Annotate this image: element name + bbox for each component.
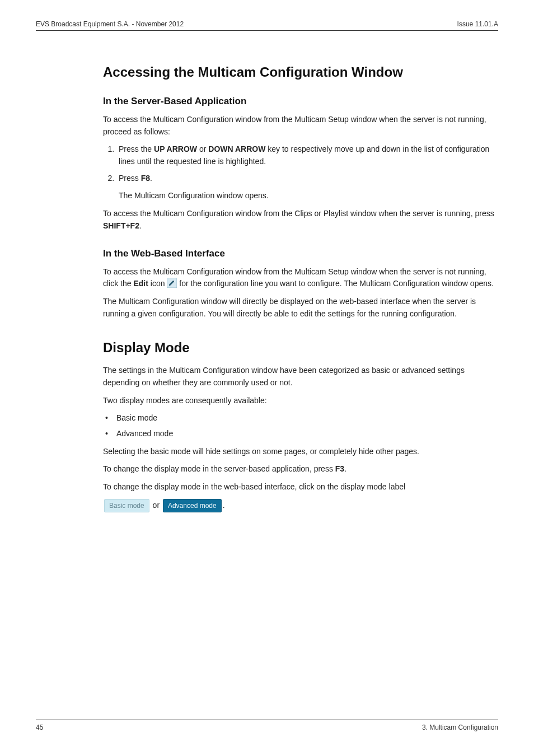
footer-rule [36, 720, 498, 720]
basic-mode-label: Basic mode [104, 499, 149, 512]
doc-header-left: EVS Broadcast Equipment S.A. - November … [36, 20, 184, 28]
key-f8: F8 [141, 174, 150, 183]
key-up-arrow: UP ARROW [154, 144, 197, 153]
paragraph: To access the Multicam Configuration win… [103, 208, 498, 232]
text: To change the display mode in the server… [103, 464, 335, 473]
step-2: Press F8. The Multicam Configuration win… [116, 172, 498, 202]
paragraph: To access the Multicam Configuration win… [103, 114, 498, 138]
list-item-advanced-mode: Advanced mode [103, 428, 498, 440]
text: or [197, 144, 208, 153]
advanced-mode-label: Advanced mode [163, 499, 222, 512]
paragraph: Selecting the basic mode will hide setti… [103, 446, 498, 458]
page-number: 45 [36, 724, 43, 731]
step-1: Press the UP ARROW or DOWN ARROW key to … [116, 143, 498, 167]
text: . [139, 221, 142, 230]
text: . [223, 500, 225, 509]
text: . [150, 174, 152, 183]
page-content: Accessing the Multicam Configuration Win… [103, 64, 498, 512]
section-title-display-mode: Display Mode [103, 340, 498, 356]
subsection-server-based: In the Server-Based Application [103, 96, 498, 107]
section-title-accessing: Accessing the Multicam Configuration Win… [103, 64, 498, 80]
paragraph: To access the Multicam Configuration win… [103, 266, 498, 290]
subsection-web-based: In the Web-Based Interface [103, 248, 498, 259]
text: for the configuration line you want to c… [177, 279, 494, 288]
header-rule [36, 30, 498, 31]
paragraph: To change the display mode in the web-ba… [103, 481, 498, 493]
list-item-basic-mode: Basic mode [103, 412, 498, 424]
text: icon [148, 279, 167, 288]
paragraph: Two display modes are consequently avail… [103, 395, 498, 407]
key-f3: F3 [335, 464, 344, 473]
paragraph: The Multicam Configuration window will d… [103, 296, 498, 320]
text: Press [119, 174, 141, 183]
key-down-arrow: DOWN ARROW [208, 144, 265, 153]
bold-edit: Edit [133, 279, 148, 288]
paragraph: To change the display mode in the server… [103, 463, 498, 475]
page-footer: 45 3. Multicam Configuration [36, 720, 498, 731]
mode-label-line: Basic mode or Advanced mode. [103, 499, 498, 512]
text: To access the Multicam Configuration win… [103, 209, 494, 218]
text-or: or [151, 500, 162, 509]
text: Press the [119, 144, 154, 153]
steps-list: Press the UP ARROW or DOWN ARROW key to … [103, 143, 498, 202]
paragraph: The settings in the Multicam Configurati… [103, 365, 498, 389]
doc-header-right: Issue 11.01.A [457, 20, 498, 28]
text: . [344, 464, 346, 473]
step-2-result: The Multicam Configuration window opens. [119, 190, 498, 202]
footer-chapter: 3. Multicam Configuration [422, 724, 498, 731]
key-shift-f2: SHIFT+F2 [103, 221, 139, 230]
mode-list: Basic mode Advanced mode [103, 412, 498, 440]
pencil-edit-icon [167, 278, 177, 288]
